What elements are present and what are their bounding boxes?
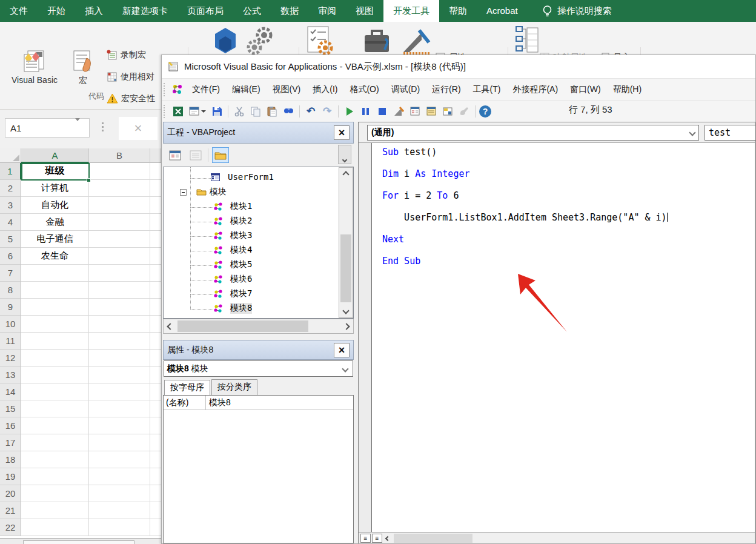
menu-视图(V)[interactable]: 视图(V) xyxy=(268,81,306,99)
row-header-19[interactable]: 19 xyxy=(0,468,21,485)
row-header-6[interactable]: 6 xyxy=(0,248,21,265)
tree-horizontal-scrollbar[interactable] xyxy=(163,319,354,334)
undo-button[interactable]: ↶ xyxy=(303,104,318,119)
cell-a2[interactable]: 计算机 xyxy=(21,180,89,197)
cell-c6[interactable] xyxy=(150,248,161,265)
cell-b20[interactable] xyxy=(89,485,150,502)
project-explorer-button[interactable] xyxy=(408,104,422,119)
cell-c16[interactable] xyxy=(150,417,161,434)
copy-button[interactable] xyxy=(248,104,263,119)
tree-item-模块5[interactable]: 模块5 xyxy=(164,258,353,273)
row-header-16[interactable]: 16 xyxy=(0,417,21,434)
full-module-view-button[interactable]: ≡ xyxy=(372,534,382,543)
code-hscroll-thumb[interactable] xyxy=(394,534,472,543)
cell-b15[interactable] xyxy=(89,400,150,417)
row-header-2[interactable]: 2 xyxy=(0,180,21,197)
cell-a16[interactable] xyxy=(21,417,89,434)
cell-c2[interactable] xyxy=(150,180,161,197)
select-all-corner[interactable] xyxy=(0,148,21,163)
row-header-7[interactable]: 7 xyxy=(0,265,21,282)
scrollbar-thumb[interactable] xyxy=(340,234,351,302)
menu-运行(R)[interactable]: 运行(R) xyxy=(427,81,465,99)
tab-开始[interactable]: 开始 xyxy=(38,0,75,22)
cell-a21[interactable] xyxy=(21,502,89,519)
cell-c4[interactable] xyxy=(150,214,161,231)
row-header-10[interactable]: 10 xyxy=(0,316,21,333)
cell-a10[interactable] xyxy=(21,316,89,333)
tree-item-模块1[interactable]: 模块1 xyxy=(164,200,353,214)
tree-item-模块4[interactable]: 模块4 xyxy=(164,244,353,258)
cell-b19[interactable] xyxy=(89,468,150,485)
row-header-17[interactable]: 17 xyxy=(0,434,21,451)
tab-插入[interactable]: 插入 xyxy=(75,0,113,22)
cell-c17[interactable] xyxy=(150,434,161,451)
cell-c18[interactable] xyxy=(150,451,161,468)
row-header-21[interactable]: 21 xyxy=(0,502,21,519)
run-button[interactable] xyxy=(342,104,357,119)
cell-b12[interactable] xyxy=(89,350,150,367)
view-object-button[interactable] xyxy=(187,147,204,163)
help-button[interactable]: ? xyxy=(479,105,491,118)
row-header-12[interactable]: 12 xyxy=(0,350,21,367)
cell-c12[interactable] xyxy=(150,350,161,367)
menu-外接程序(A)[interactable]: 外接程序(A) xyxy=(508,81,563,99)
cell-c3[interactable] xyxy=(150,197,161,214)
tree-item-模块6[interactable]: 模块6 xyxy=(164,273,353,287)
cell-b7[interactable] xyxy=(89,265,150,282)
properties-object-combo[interactable]: 模块8 模块 xyxy=(163,360,354,378)
row-header-13[interactable]: 13 xyxy=(0,367,21,383)
code-hscroll-left[interactable] xyxy=(383,534,393,543)
cell-c7[interactable] xyxy=(150,265,161,282)
toolbox-button[interactable] xyxy=(362,28,394,56)
cell-c22[interactable] xyxy=(150,519,161,536)
properties-close-button[interactable]: × xyxy=(334,343,350,357)
cell-b18[interactable] xyxy=(89,451,150,468)
row-header-14[interactable]: 14 xyxy=(0,383,21,400)
row-header-8[interactable]: 8 xyxy=(0,282,21,299)
paste-button[interactable] xyxy=(265,104,279,119)
tab-alphabetic[interactable]: 按字母序 xyxy=(164,380,210,396)
toolbox-toolbar-button[interactable] xyxy=(457,104,471,119)
tree-vertical-scrollbar[interactable] xyxy=(339,167,353,318)
xml-source-button[interactable] xyxy=(515,24,539,56)
column-header-a[interactable]: A xyxy=(21,148,89,163)
row-header-15[interactable]: 15 xyxy=(0,400,21,417)
cut-button[interactable] xyxy=(232,104,247,119)
column-header-c-partial[interactable] xyxy=(150,148,161,163)
object-browser-button[interactable] xyxy=(440,104,455,119)
procedure-view-button[interactable]: ≡ xyxy=(360,534,371,543)
cell-c1[interactable] xyxy=(150,163,161,180)
name-box-caret-icon[interactable] xyxy=(75,118,80,122)
row-header-9[interactable]: 9 xyxy=(0,299,21,316)
menu-文件(F)[interactable]: 文件(F) xyxy=(187,81,225,99)
row-header-18[interactable]: 18 xyxy=(0,451,21,468)
property-name-value[interactable]: 模块8 xyxy=(206,396,353,410)
cell-c15[interactable] xyxy=(150,400,161,417)
vba-editor-window[interactable]: Microsoft Visual Basic for Applications … xyxy=(161,55,756,544)
row-header-22[interactable]: 22 xyxy=(0,519,21,536)
tree-item-模块2[interactable]: 模块2 xyxy=(164,214,353,229)
project-mini-scroll[interactable] xyxy=(338,145,351,164)
cell-a17[interactable] xyxy=(21,434,89,451)
menu-窗口(W)[interactable]: 窗口(W) xyxy=(565,81,606,99)
cell-a20[interactable] xyxy=(21,485,89,502)
cell-a22[interactable] xyxy=(21,519,89,536)
tab-Acrobat[interactable]: Acrobat xyxy=(477,0,528,22)
sheet-tab-scroll-stub[interactable] xyxy=(23,540,134,544)
cell-b14[interactable] xyxy=(89,383,150,400)
cell-b6[interactable] xyxy=(89,248,150,265)
design-mode-toolbar-button[interactable] xyxy=(391,104,406,119)
tab-categorized[interactable]: 按分类序 xyxy=(211,379,257,395)
cell-a12[interactable] xyxy=(21,350,89,367)
tab-文件[interactable]: 文件 xyxy=(0,0,38,22)
cell-a15[interactable] xyxy=(21,400,89,417)
view-code-button[interactable] xyxy=(167,147,184,163)
cell-b17[interactable] xyxy=(89,434,150,451)
menu-工具(T)[interactable]: 工具(T) xyxy=(468,81,506,99)
cell-a11[interactable] xyxy=(21,333,89,350)
cell-a3[interactable]: 自动化 xyxy=(21,197,89,214)
cell-c21[interactable] xyxy=(150,502,161,519)
addins-button[interactable] xyxy=(213,27,237,56)
row-header-3[interactable]: 3 xyxy=(0,197,21,214)
insert-controls-button[interactable] xyxy=(304,25,334,56)
